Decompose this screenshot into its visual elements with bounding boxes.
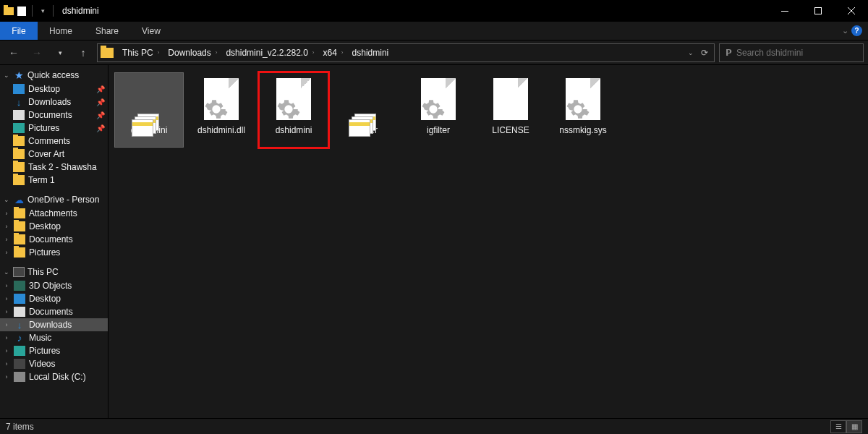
address-folder-icon: [101, 48, 114, 58]
chevron-right-icon[interactable]: ›: [3, 334, 10, 341]
dl-icon: ↓: [13, 97, 25, 107]
pin-icon: 📌: [96, 124, 105, 132]
chevron-right-icon[interactable]: ›: [312, 49, 315, 56]
file-list[interactable]: dshidminidshidmini.dlldshidminiigfilteri…: [109, 65, 868, 418]
chevron-right-icon[interactable]: ›: [158, 49, 160, 56]
breadcrumb-item[interactable]: dshidmini_v2.2.282.0›: [221, 48, 318, 58]
nav-up-button[interactable]: ↑: [74, 43, 93, 62]
ribbon-collapse-icon[interactable]: ⌄: [842, 26, 848, 35]
ribbon-file-tab[interactable]: File: [0, 22, 38, 40]
sidebar-item[interactable]: ›Pictures: [0, 344, 108, 357]
refresh-icon[interactable]: ⟳: [701, 48, 708, 58]
breadcrumb-item[interactable]: Downloads›: [163, 48, 221, 58]
sidebar-item[interactable]: ›Desktop: [0, 220, 108, 233]
search-input[interactable]: [736, 48, 857, 58]
chevron-right-icon[interactable]: ›: [3, 236, 10, 243]
file-item[interactable]: nssmkig.sys: [548, 72, 618, 148]
sidebar-item[interactable]: ›Documents: [0, 305, 108, 318]
svg-rect-0: [781, 11, 788, 12]
sidebar-item[interactable]: ›Documents: [0, 233, 108, 246]
sidebar-item[interactable]: Task 2 - Shawsha: [0, 161, 108, 174]
sidebar-group-quick-access[interactable]: ⌄ ★ Quick access: [0, 68, 108, 82]
address-dropdown-icon[interactable]: ⌄: [688, 49, 694, 56]
chevron-right-icon[interactable]: ›: [216, 49, 218, 56]
ribbon-tab-home[interactable]: Home: [38, 22, 84, 40]
sidebar-item[interactable]: Pictures📌: [0, 122, 108, 135]
folder-icon: [13, 136, 25, 146]
breadcrumb-label: dshidmini_v2.2.282.0: [226, 48, 307, 58]
sidebar-item[interactable]: ›Local Disk (C:): [0, 370, 108, 383]
chevron-right-icon[interactable]: ›: [341, 49, 344, 56]
file-item[interactable]: dshidmini: [259, 72, 328, 148]
file-icon: [488, 76, 534, 122]
sidebar-item[interactable]: ›3D Objects: [0, 279, 108, 292]
address-bar[interactable]: This PC› Downloads› dshidmini_v2.2.282.0…: [97, 43, 715, 62]
sidebar-item[interactable]: Desktop📌: [0, 82, 108, 95]
chevron-right-icon[interactable]: ›: [3, 249, 10, 256]
file-item[interactable]: dshidmini: [114, 72, 184, 148]
file-item[interactable]: dshidmini.dll: [187, 72, 256, 148]
navigation-pane[interactable]: ⌄ ★ Quick access Desktop📌↓Downloads📌Docu…: [0, 65, 109, 418]
chevron-right-icon[interactable]: ›: [3, 347, 10, 354]
ribbon-tab-share[interactable]: Share: [84, 22, 130, 40]
chevron-right-icon[interactable]: ›: [3, 295, 10, 302]
status-item-count: 7 items: [6, 422, 34, 432]
sidebar-item-label: Music: [29, 333, 51, 343]
folder-icon: [13, 175, 25, 185]
nav-back-button[interactable]: ←: [4, 43, 23, 62]
view-details-button[interactable]: ☰: [830, 420, 846, 433]
qat-properties-icon[interactable]: [16, 5, 27, 17]
sidebar-item[interactable]: Documents📌: [0, 109, 108, 122]
chevron-right-icon[interactable]: ›: [3, 373, 10, 380]
sidebar-item[interactable]: ›Attachments: [0, 207, 108, 220]
sidebar-item[interactable]: ›Pictures: [0, 246, 108, 259]
sidebar-item[interactable]: ›Videos: [0, 357, 108, 370]
sidebar-item-label: Cover Art: [28, 149, 64, 159]
close-icon: [848, 7, 855, 14]
sidebar-group-label: Quick access: [27, 70, 79, 80]
sidebar-item[interactable]: ›♪Music: [0, 331, 108, 344]
sidebar-item[interactable]: ›↓Downloads: [0, 318, 108, 331]
minimize-button[interactable]: [768, 0, 801, 22]
chevron-right-icon[interactable]: ›: [3, 282, 10, 289]
chevron-right-icon[interactable]: ›: [3, 223, 10, 230]
breadcrumb-item[interactable]: This PC›: [118, 48, 163, 58]
breadcrumb-label: dshidmini: [352, 48, 389, 58]
chevron-down-icon[interactable]: ⌄: [3, 268, 10, 276]
chevron-down-icon[interactable]: ⌄: [3, 72, 10, 79]
sidebar-item[interactable]: Comments: [0, 135, 108, 148]
breadcrumb-label: This PC: [122, 48, 153, 58]
help-icon[interactable]: ?: [851, 25, 862, 36]
qat-dropdown-icon[interactable]: ▾: [37, 5, 48, 17]
sidebar-group-this-pc[interactable]: ⌄ This PC: [0, 265, 108, 279]
file-item[interactable]: igfilter: [331, 72, 401, 148]
nav-forward-button[interactable]: →: [27, 43, 46, 62]
sidebar-item[interactable]: ›Desktop: [0, 292, 108, 305]
chevron-right-icon[interactable]: ›: [3, 321, 10, 328]
close-button[interactable]: [835, 0, 868, 22]
sidebar-item[interactable]: ↓Downloads📌: [0, 95, 108, 109]
search-box[interactable]: 𝗣: [719, 43, 864, 62]
breadcrumb-item[interactable]: x64›: [319, 48, 348, 58]
nav-recent-dropdown[interactable]: ▾: [51, 43, 69, 62]
sidebar-group-onedrive[interactable]: ⌄ ☁ OneDrive - Person: [0, 192, 108, 207]
chevron-right-icon[interactable]: ›: [3, 308, 10, 315]
chevron-right-icon[interactable]: ›: [3, 360, 10, 367]
qat-separator-2: [53, 5, 54, 17]
chevron-down-icon[interactable]: ⌄: [3, 196, 10, 203]
breadcrumb-item[interactable]: dshidmini: [348, 48, 393, 58]
file-item[interactable]: igfilter: [404, 72, 473, 148]
sidebar-item-label: Videos: [29, 359, 55, 369]
svg-rect-1: [815, 8, 822, 14]
sidebar-item[interactable]: Cover Art: [0, 148, 108, 161]
file-icon: [343, 76, 389, 122]
view-large-icons-button[interactable]: ▦: [846, 420, 862, 433]
vid-icon: [14, 359, 25, 369]
ribbon-tab-view[interactable]: View: [130, 22, 172, 40]
chevron-right-icon[interactable]: ›: [3, 210, 10, 217]
sidebar-item-label: Pictures: [29, 247, 60, 258]
maximize-button[interactable]: [801, 0, 835, 22]
desk-icon: [13, 84, 25, 94]
sidebar-item[interactable]: Term 1: [0, 174, 108, 187]
file-item[interactable]: LICENSE: [476, 72, 545, 148]
